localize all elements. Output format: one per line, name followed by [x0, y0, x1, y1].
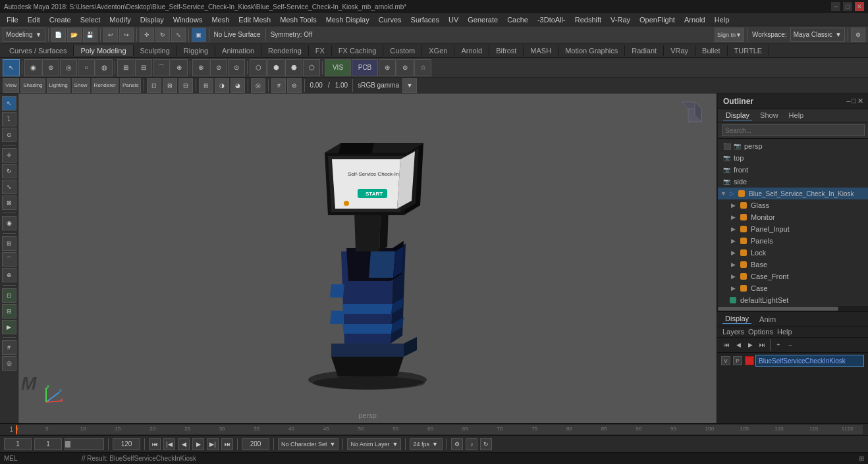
menu-item-meshtools[interactable]: Mesh Tools — [276, 15, 320, 24]
menu-item-redshift[interactable]: Redshift — [571, 15, 605, 24]
tree-item-front[interactable]: 📷 front — [718, 164, 868, 176]
cat-tab-sculpting[interactable]: Sculpting — [134, 45, 177, 56]
rotate-tool-btn[interactable]: ↻ — [2, 164, 16, 178]
anim-tab[interactable]: Anim — [757, 315, 778, 324]
close-btn[interactable]: ✕ — [855, 2, 864, 11]
tree-item-glass[interactable]: ▶ Glass — [718, 199, 868, 211]
options-sub-tab[interactable]: Options — [748, 328, 773, 336]
display-tab[interactable]: Display — [722, 314, 751, 324]
open-file-btn[interactable]: 📂 — [67, 28, 82, 42]
cat-tab-xgen[interactable]: XGen — [422, 45, 454, 56]
menu-item-openflight[interactable]: OpenFlight — [636, 15, 679, 24]
frame-range-slider[interactable] — [65, 438, 104, 450]
menu-item-mesh[interactable]: Mesh — [207, 15, 233, 24]
erase-btn[interactable]: ○ — [78, 59, 95, 76]
frame-start-field[interactable]: 1 — [4, 438, 32, 450]
scale-tool-btn[interactable]: ⤡ — [2, 180, 16, 194]
cat-tab-fxcaching[interactable]: FX Caching — [332, 45, 383, 56]
camera-reset-btn[interactable]: ⊡ — [147, 78, 161, 93]
cat-tab-vray[interactable]: VRay — [664, 45, 695, 56]
viewport-renderer-btn[interactable]: Renderer — [92, 78, 119, 93]
menu-item-file[interactable]: File — [3, 15, 22, 24]
outliner-display-tab[interactable]: Display — [723, 111, 752, 120]
workspace-dropdown[interactable]: Maya Classic ▼ — [790, 28, 845, 42]
tree-item-kiosk-group[interactable]: ▼ ▷ Blue_Self_Service_Check_In_Kiosk — [718, 188, 868, 199]
help-sub-tab[interactable]: Help — [777, 328, 792, 336]
layer-prev-btn[interactable]: ◀ — [733, 340, 744, 350]
layer-add-btn[interactable]: + — [773, 340, 784, 350]
play-fwd-btn[interactable]: ▶ — [192, 438, 204, 450]
menu-item-editmesh[interactable]: Edit Mesh — [234, 15, 275, 24]
universal-manip-btn[interactable]: ⊠ — [2, 195, 16, 210]
magnet-btn[interactable]: ⊟ — [135, 59, 152, 76]
extrude-btn[interactable]: ⬡ — [250, 59, 267, 76]
frame-end-alt-field[interactable]: 200 — [242, 438, 269, 450]
layer-remove-btn[interactable]: – — [785, 340, 796, 350]
go-start-btn[interactable]: ⏮ — [149, 438, 161, 450]
layer-p-btn[interactable]: P — [733, 356, 742, 365]
undo-btn[interactable]: ↩ — [103, 28, 118, 42]
character-set-dropdown[interactable]: No Character Set ▼ — [278, 438, 339, 450]
wireframe-btn[interactable]: ⊞ — [199, 78, 213, 93]
cat-tab-motiongraphics[interactable]: Motion Graphics — [558, 45, 625, 56]
connect-btn[interactable]: ⊗ — [192, 59, 209, 76]
snap-curve-btn[interactable]: ⌒ — [2, 252, 16, 267]
ipr-btn[interactable]: ⊟ — [2, 304, 16, 319]
show-grid-btn[interactable]: # — [2, 340, 16, 355]
tree-item-top[interactable]: 📷 top — [718, 152, 868, 164]
sculpt-btn[interactable]: ⊚ — [42, 59, 59, 76]
cat-tab-animation[interactable]: Animation — [215, 45, 261, 56]
menu-item-meshdisplay[interactable]: Mesh Display — [322, 15, 373, 24]
cat-tab-rendering[interactable]: Rendering — [261, 45, 309, 56]
settings-btn[interactable]: ⚙ — [851, 28, 865, 42]
menu-item-modify[interactable]: Modify — [105, 15, 134, 24]
render-region-btn[interactable]: ⊡ — [2, 288, 16, 303]
maximize-btn[interactable]: □ — [843, 2, 852, 11]
menu-item-generate[interactable]: Generate — [464, 15, 502, 24]
tree-item-case-front[interactable]: ▶ Case_Front — [718, 271, 868, 282]
snap-grid-btn[interactable]: ⊞ — [2, 236, 16, 251]
rotate-btn[interactable]: ↻ — [155, 28, 170, 42]
sound-btn[interactable]: ♪ — [466, 438, 477, 450]
cat-tab-rigging[interactable]: Rigging — [177, 45, 215, 56]
snap-btn[interactable]: ⊞ — [117, 59, 134, 76]
paint-sel-btn[interactable]: ⊙ — [2, 128, 16, 142]
redo-btn[interactable]: ↪ — [119, 28, 134, 42]
sign-in-btn[interactable]: Sign In ▼ — [715, 28, 744, 42]
step-back-btn[interactable]: |◀ — [163, 438, 175, 450]
tree-item-light-set[interactable]: defaultLightSet — [718, 294, 868, 306]
isolate-sel-btn[interactable]: ◎ — [2, 356, 16, 371]
hud-btn[interactable]: ⊛ — [287, 78, 302, 93]
anim-layer-dropdown[interactable]: No Anim Layer ▼ — [347, 438, 401, 450]
tree-item-case[interactable]: ▶ Case — [718, 282, 868, 294]
outliner-show-tab[interactable]: Show — [757, 111, 781, 120]
loop-btn[interactable]: ⊕ — [171, 59, 188, 76]
cat-tab-curvessurfaces[interactable]: Curves / Surfaces — [3, 45, 74, 56]
select-mode-btn[interactable]: ↖ — [3, 59, 20, 76]
cat-tab-polymodeling[interactable]: Poly Modeling — [74, 45, 133, 56]
viewport-panels-btn[interactable]: Panels — [120, 78, 141, 93]
transform-btn[interactable]: ✛ — [140, 28, 154, 42]
outliner-maximize-btn[interactable]: □ — [852, 97, 856, 105]
scale-btn[interactable]: ⤡ — [171, 28, 186, 42]
bevel-btn[interactable]: ⬢ — [267, 59, 285, 76]
menu-item-vray[interactable]: V-Ray — [607, 15, 634, 24]
brush-btn[interactable]: ◎ — [60, 59, 77, 76]
layer-end-btn[interactable]: ⏭ — [757, 340, 767, 350]
lasso-tool-btn[interactable]: ⤵ — [2, 112, 16, 126]
cat-tab-arnold[interactable]: Arnold — [454, 45, 489, 56]
shaded-btn[interactable]: ◑ — [215, 78, 229, 93]
layer-play-btn[interactable]: ⏮ — [721, 340, 732, 350]
frame-all-btn[interactable]: ⊠ — [163, 78, 177, 93]
menu-item-help[interactable]: Help — [711, 15, 734, 24]
go-end-btn[interactable]: ⏭ — [221, 438, 233, 450]
outliner-close-btn[interactable]: ✕ — [857, 97, 863, 105]
poke-btn[interactable]: ⬠ — [303, 59, 320, 76]
menu-item-edit[interactable]: Edit — [24, 15, 44, 24]
menu-item-surfaces[interactable]: Surfaces — [407, 15, 443, 24]
fps-dropdown[interactable]: 24 fps ▼ — [410, 438, 443, 450]
menu-item-curves[interactable]: Curves — [375, 15, 406, 24]
curve-btn[interactable]: ⌒ — [153, 59, 170, 76]
save-file-btn[interactable]: 💾 — [83, 28, 97, 42]
textured-btn[interactable]: ◕ — [231, 78, 245, 93]
